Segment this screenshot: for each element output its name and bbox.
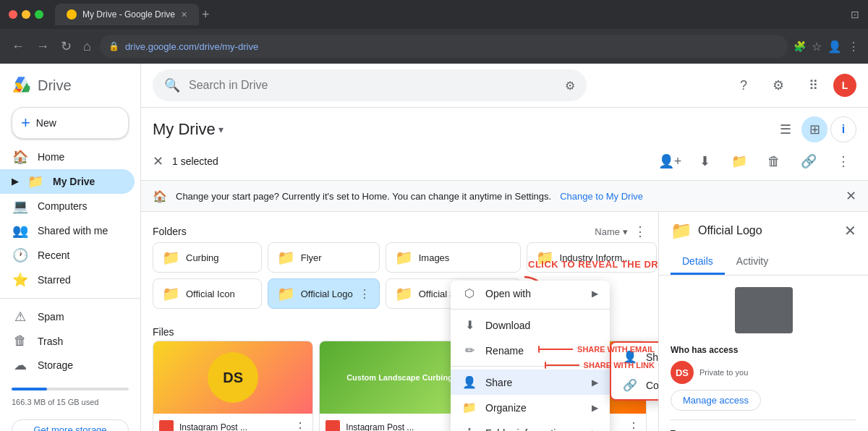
folder-name-curbing: Curbing: [186, 252, 235, 263]
sidebar-item-mydrive[interactable]: ▶ 📁 My Drive: [0, 169, 135, 194]
sidebar-label-shared: Shared with me: [38, 225, 108, 236]
folder-icon-curbing: 📁: [162, 249, 180, 266]
panel-tab-activity[interactable]: Activity: [725, 249, 780, 275]
header-icons: ? ⚙ ⠿ L: [729, 71, 856, 100]
extensions-icon[interactable]: 🧩: [793, 40, 806, 52]
folder-flyer[interactable]: 📁 Flyer ⋮: [268, 242, 380, 273]
profile-icon[interactable]: 👤: [827, 40, 842, 54]
ctx-open-with[interactable]: ⬡ Open with ▶: [451, 281, 610, 306]
drive-title[interactable]: My Drive ▾: [153, 120, 224, 139]
back-btn[interactable]: ←: [9, 36, 27, 57]
delete-btn[interactable]: 🗑: [761, 148, 787, 174]
file-card-instagram1[interactable]: DS Instagram Post ... ⋮: [153, 341, 313, 431]
sidebar-item-home[interactable]: 🏠 Home: [0, 145, 135, 169]
panel-close-btn[interactable]: ✕: [844, 222, 856, 239]
search-input[interactable]: [189, 79, 556, 92]
share-submenu-copylink[interactable]: 🔗 Copy link: [611, 371, 658, 399]
selection-close-btn[interactable]: ✕: [153, 153, 163, 169]
file-more-btn-3[interactable]: ⋮: [627, 419, 640, 431]
panel-tab-activity-label: Activity: [736, 255, 768, 267]
share-users-btn[interactable]: 👤+: [657, 148, 683, 174]
active-tab[interactable]: My Drive - Google Drive ✕: [55, 4, 199, 25]
banner-close-btn[interactable]: ✕: [846, 188, 856, 204]
move-to-folder-btn[interactable]: 📁: [726, 148, 752, 174]
file-browser: Folders Name ▾ ⋮ 📁 Curbing ⋮: [141, 212, 658, 431]
user-avatar[interactable]: L: [833, 74, 856, 97]
ctx-open-with-label: Open with: [485, 288, 531, 299]
new-tab-btn[interactable]: +: [202, 7, 210, 22]
sidebar-item-starred[interactable]: ⭐ Starred: [0, 268, 135, 292]
panel-tab-details-label: Details: [682, 255, 713, 267]
tab-title: My Drive - Google Drive: [82, 9, 175, 20]
share-sub-label-link: Copy link: [646, 380, 658, 391]
menu-icon[interactable]: ⋮: [848, 40, 859, 54]
sidebar-label-trash: Trash: [38, 336, 63, 347]
support-icon-btn[interactable]: ?: [729, 71, 758, 100]
banner: 🏠 Change your start page? Currently it's…: [141, 181, 868, 212]
download-btn[interactable]: ⬇: [692, 148, 718, 174]
apps-icon-btn[interactable]: ⠿: [799, 71, 827, 100]
banner-link[interactable]: Change to My Drive: [560, 191, 643, 202]
folder-curbing[interactable]: 📁 Curbing ⋮: [153, 242, 262, 273]
more-actions-btn[interactable]: ⋮: [830, 148, 856, 174]
drive-logo-icon: [12, 75, 32, 95]
forward-btn[interactable]: →: [33, 36, 52, 57]
sort-btn[interactable]: Name ▾: [595, 226, 628, 237]
address-bar[interactable]: 🔒 drive.google.com/drive/my-drive: [100, 35, 788, 58]
folders-more-btn[interactable]: ⋮: [634, 223, 647, 239]
panel-tab-details[interactable]: Details: [671, 249, 725, 275]
address-text: drive.google.com/drive/my-drive: [125, 41, 258, 52]
search-options-icon[interactable]: ⚙: [565, 79, 575, 93]
get-more-storage-btn[interactable]: Get more storage: [12, 419, 129, 431]
close-traffic-light[interactable]: [9, 10, 17, 19]
selection-toolbar: ✕ 1 selected 👤+ ⬇ 📁 🗑 🔗 ⋮: [141, 142, 868, 181]
folder-images[interactable]: 📁 Images ⋮: [386, 242, 521, 273]
view-controls: ☰ ⊞ i: [773, 116, 856, 142]
grid-view-btn[interactable]: ⊞: [801, 116, 827, 142]
ctx-download-label: Download: [485, 320, 530, 331]
open-with-icon: ⬡: [462, 286, 477, 300]
ctx-download[interactable]: ⬇ Download: [451, 312, 610, 338]
info-btn[interactable]: i: [830, 116, 856, 142]
reload-btn[interactable]: ↻: [58, 35, 75, 57]
folder-official-logo[interactable]: 📁 Official Logo ⋮: [268, 278, 380, 309]
computers-icon: 💻: [12, 198, 29, 214]
sidebar-item-trash[interactable]: 🗑 Trash: [0, 329, 135, 353]
bookmark-star-icon[interactable]: ☆: [812, 40, 822, 54]
sidebar-item-shared[interactable]: 👥 Shared with me: [0, 218, 135, 243]
ctx-share[interactable]: 👤 Share ▶ 👤 Share 🔗 Copy link: [451, 370, 610, 395]
sidebar-label-recent: Recent: [38, 249, 69, 261]
content-area: Folders Name ▾ ⋮ 📁 Curbing ⋮: [141, 212, 868, 431]
folder-name-images: Images: [419, 252, 494, 263]
shared-icon: 👥: [12, 223, 29, 239]
folder-official-icon[interactable]: 📁 Official Icon ⋮: [153, 278, 262, 309]
search-box[interactable]: 🔍 ⚙: [153, 69, 587, 101]
banner-text: Change your start page? Currently it's s…: [176, 191, 551, 202]
sidebar-item-computers[interactable]: 💻 Computers: [0, 194, 135, 218]
minimize-traffic-light[interactable]: [22, 10, 30, 19]
link-btn[interactable]: 🔗: [796, 148, 822, 174]
banner-info-icon: 🏠: [153, 189, 167, 203]
window-icon: ⊡: [851, 9, 859, 20]
context-menu: ⬡ Open with ▶ ⬇ Download ✏ Rename: [451, 281, 610, 431]
maximize-traffic-light[interactable]: [35, 10, 43, 19]
settings-icon-btn[interactable]: ⚙: [764, 71, 793, 100]
list-view-btn[interactable]: ☰: [773, 116, 799, 142]
home-btn[interactable]: ⌂: [80, 36, 94, 57]
manage-access-btn[interactable]: Manage access: [671, 390, 761, 411]
folder-icon-official-logo: 📁: [277, 285, 295, 302]
new-button[interactable]: + New: [12, 107, 129, 139]
annotation-share-link: SHARE WITH LINK: [584, 361, 655, 370]
search-icon: 🔍: [164, 77, 180, 93]
tab-close-btn[interactable]: ✕: [181, 10, 187, 20]
sidebar-item-recent[interactable]: 🕐 Recent: [0, 243, 135, 268]
panel-folder-icon: 📁: [671, 221, 692, 241]
ctx-organize[interactable]: 📁 Organize ▶: [451, 395, 610, 420]
file-more-btn-1[interactable]: ⋮: [294, 419, 307, 431]
ctx-folder-info[interactable]: ℹ Folder information ▶: [451, 420, 610, 431]
sidebar-item-storage[interactable]: ☁ Storage: [0, 353, 135, 377]
sidebar-item-spam[interactable]: ⚠ Spam: [0, 304, 135, 329]
ctx-rename-label: Rename: [485, 345, 524, 357]
folder-more-official-logo[interactable]: ⋮: [359, 287, 370, 301]
ctx-arrow-share: ▶: [592, 377, 598, 388]
